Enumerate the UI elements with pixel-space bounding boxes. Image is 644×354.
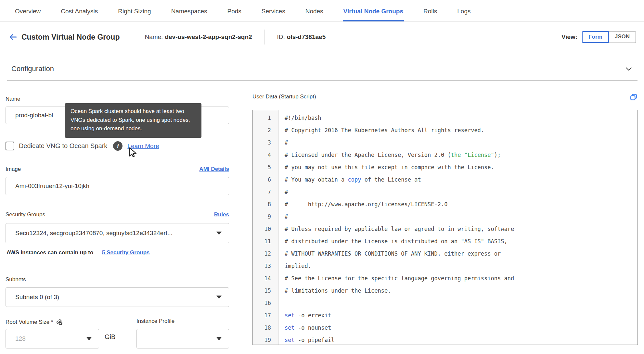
root-volume-label: Root Volume Size * [6,319,53,325]
line-number: 9 [253,210,279,223]
tab-namespaces[interactable]: Namespaces [171,8,208,21]
copy-icon [629,93,638,101]
root-volume-label-row: Root Volume Size * [6,318,64,326]
code-lines: 1#!/bin/bash2# Copyright 2016 The Kubern… [253,110,638,345]
view-switcher: View: Form JSON [561,31,636,43]
configuration-title: Configuration [11,65,54,73]
line-number: 1 [253,112,279,124]
vng-name-value: dev-us-west-2-app-sqn2-sqn2 [165,33,252,40]
user-data-panel: User Data (Startup Script) 1#!/bin/bash2… [252,94,638,345]
tab-right-sizing[interactable]: Right Sizing [117,8,151,21]
security-groups-label-row: Security Groups Rules [6,211,229,218]
code-line: # distributed under the License is distr… [279,235,508,247]
dedicate-vng-checkbox[interactable] [6,142,14,150]
code-row: 11# distributed under the License is dis… [253,235,638,247]
code-row: 18set -o nounset [253,322,638,334]
line-number: 18 [253,322,279,334]
line-number: 3 [253,136,279,149]
code-line: # Unless required by applicable law or a… [279,223,514,235]
code-line: # limitations under the License. [279,284,391,297]
code-line: # [279,210,288,223]
code-line: # You may obtain a copy of the License a… [279,173,421,186]
chevron-down-icon [625,65,633,73]
code-row: 19set -o pipefail [253,334,638,345]
line-number: 12 [253,247,279,260]
code-row: 9# [253,210,638,223]
vng-name-prefix: Name: [145,33,163,40]
image-input[interactable] [6,177,229,195]
code-row: 16 [253,297,638,309]
helper-text: AWS instances can contain up to [6,249,93,256]
dedicate-vng-label: Dedicate VNG to Ocean Spark [19,142,107,150]
code-line: # WITHOUT WARRANTIES OR CONDITIONS OF AN… [279,247,501,260]
tab-overview[interactable]: Overview [14,8,41,21]
user-data-title: User Data (Startup Script) [252,94,316,100]
info-icon[interactable]: i [113,141,122,151]
code-row: 8# http://www.apache.org/licenses/LICENS… [253,198,638,210]
code-line: # Copyright 2016 The Kubernetes Authors … [279,124,484,136]
security-groups-label: Security Groups [6,211,45,218]
subnets-dropdown[interactable]: Subnets 0 (of 3) [6,287,229,307]
link-check-icon [56,318,64,326]
code-row: 14# See the License for the specific lan… [253,272,638,284]
code-row: 15# limitations under the License. [253,284,638,297]
line-number: 19 [253,334,279,345]
line-number: 8 [253,198,279,210]
configuration-form: Name Ocean Spark clusters should have at… [6,96,229,354]
code-row: 7# [253,186,638,198]
collapse-section-button[interactable] [625,65,633,73]
view-toggle: Form JSON [582,31,636,43]
line-number: 17 [253,309,279,322]
security-groups-helper: AWS instances can contain up to 5 Securi… [6,249,150,256]
rules-link[interactable]: Rules [214,211,229,218]
divider [264,30,265,44]
code-row: 3# [253,136,638,149]
line-number: 16 [253,297,279,309]
code-row: 6# You may obtain a copy of the License … [253,173,638,186]
code-line: set -o nounset [279,322,331,334]
line-number: 10 [253,223,279,235]
code-editor[interactable]: 1#!/bin/bash2# Copyright 2016 The Kubern… [252,110,638,345]
instance-profile-dropdown[interactable] [136,329,229,348]
instance-profile-label: Instance Profile [136,318,174,324]
ocean-spark-tooltip: Ocean Spark clusters should have at leas… [65,103,201,138]
root-volume-size-placeholder: 128 [15,335,82,342]
code-line: # Licensed under the Apache License, Ver… [279,149,501,161]
copy-button[interactable] [629,93,638,103]
code-row: 1#!/bin/bash [253,112,638,124]
vng-id: ID:ols-d7381ae5 [277,33,326,41]
view-json-button[interactable]: JSON [609,31,636,43]
line-number: 4 [253,149,279,161]
image-label: Image [6,166,21,172]
code-row: 12# WITHOUT WARRANTIES OR CONDITIONS OF … [253,247,638,260]
mouse-cursor [128,147,138,158]
tab-pods[interactable]: Pods [227,8,242,21]
root-volume-size-dropdown[interactable]: 128 [6,329,99,348]
configuration-section-header: Configuration [7,60,638,81]
five-security-groups-link[interactable]: 5 Security Groups [102,249,149,256]
tab-virtual-node-groups[interactable]: Virtual Node Groups [343,8,404,21]
tab-rolls[interactable]: Rolls [423,8,438,21]
caret-down-icon [216,296,222,299]
subnets-label: Subnets [6,276,26,283]
tab-services[interactable]: Services [261,8,286,21]
tab-nodes[interactable]: Nodes [305,8,324,21]
back-button[interactable] [7,31,19,43]
name-label: Name [6,96,20,102]
view-form-button[interactable]: Form [582,31,609,43]
ami-details-link[interactable]: AMI Details [199,166,229,172]
tab-cost-analysis[interactable]: Cost Analysis [60,8,98,21]
security-groups-dropdown[interactable]: Secu12324, secgroup23470870, segtuyfsd12… [6,223,229,243]
tab-logs[interactable]: Logs [457,8,471,21]
code-row: 4# Licensed under the Apache License, Ve… [253,149,638,161]
vng-id-prefix: ID: [277,33,285,40]
code-row: 5# you may not use this file except in c… [253,161,638,173]
page: OverviewCost AnalysisRight SizingNamespa… [0,0,644,354]
code-line: # [279,136,288,149]
code-line: set -o pipefail [279,334,335,345]
divider [132,30,132,44]
code-line [279,297,285,309]
vng-id-value: ols-d7381ae5 [287,33,326,40]
code-line: implied. [279,260,311,272]
security-groups-value: Secu12324, secgroup23470870, segtuyfsd12… [15,230,212,237]
